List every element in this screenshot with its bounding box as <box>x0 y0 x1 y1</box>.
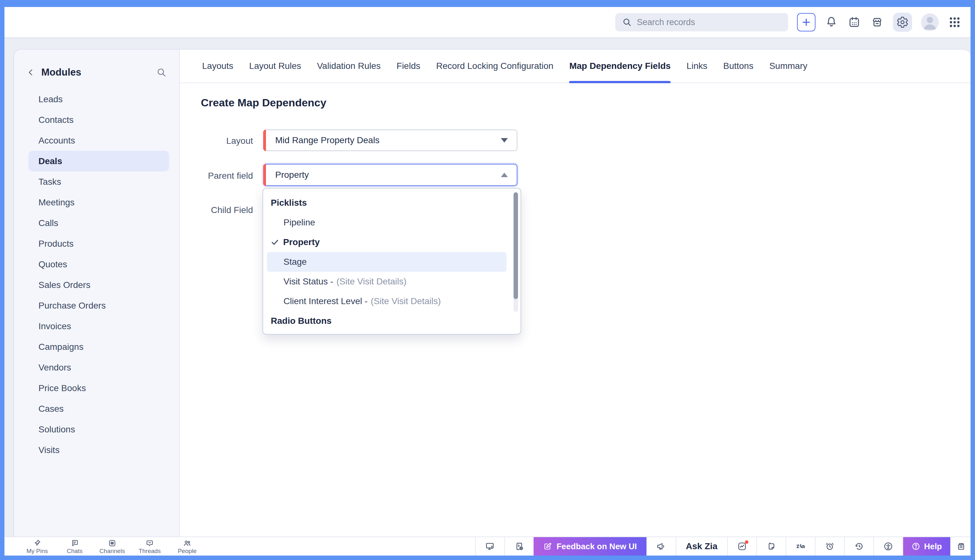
edit-pencil-icon <box>543 542 552 551</box>
option-client-interest-level-detail: (Site Visit Details) <box>371 296 441 307</box>
history-icon <box>854 542 864 551</box>
option-client-interest-level-label: Client Interest Level - <box>283 296 368 307</box>
parent-field-dropdown: Picklists Pipeline Property Stage Visit … <box>263 188 521 335</box>
sidebar-title: Modules <box>41 67 151 78</box>
page-title: Create Map Dependency <box>201 97 326 109</box>
thread-bubble-icon <box>145 539 154 547</box>
people-button[interactable]: People <box>169 537 206 555</box>
tab-record-locking-configuration[interactable]: Record Locking Configuration <box>436 50 553 83</box>
tab-fields[interactable]: Fields <box>396 50 420 83</box>
sidebar-item-campaigns[interactable]: Campaigns <box>14 337 179 357</box>
sidebar-item-visits[interactable]: Visits <box>14 440 179 460</box>
people-icon <box>183 539 191 547</box>
tab-map-dependency-fields[interactable]: Map Dependency Fields <box>569 50 671 83</box>
tab-summary[interactable]: Summary <box>769 50 808 83</box>
back-chevron-icon[interactable] <box>26 68 35 77</box>
option-property-label: Property <box>283 237 320 247</box>
sidebar-item-products[interactable]: Products <box>14 233 179 254</box>
people-label: People <box>178 548 196 554</box>
tab-links[interactable]: Links <box>686 50 707 83</box>
tour-video-button[interactable] <box>504 537 533 555</box>
screen-share-icon <box>485 542 495 551</box>
sidebar-search-icon[interactable] <box>156 67 167 77</box>
sidebar-item-vendors[interactable]: Vendors <box>14 357 179 378</box>
bell-icon[interactable] <box>824 15 838 29</box>
feedback-on-new-ui-button[interactable]: Feedback on New UI <box>533 537 646 555</box>
tab-validation-rules[interactable]: Validation Rules <box>317 50 381 83</box>
sidebar-item-contacts[interactable]: Contacts <box>14 110 179 130</box>
megaphone-icon <box>657 542 666 551</box>
app-window: Search records <box>5 7 970 555</box>
sidebar-item-calls[interactable]: Calls <box>14 213 179 233</box>
modules-list: Leads Contacts Accounts Deals Tasks Meet… <box>14 89 179 460</box>
avatar[interactable] <box>921 13 939 31</box>
search-input[interactable]: Search records <box>615 13 788 32</box>
zia-sketch-button[interactable] <box>786 537 815 555</box>
question-circle-icon <box>911 542 920 551</box>
layout-select[interactable]: Mid Range Property Deals <box>263 130 517 151</box>
option-visit-status[interactable]: Visit Status - (Site Visit Details) <box>263 272 520 292</box>
apps-grid-icon[interactable] <box>948 15 962 29</box>
help-label: Help <box>924 542 942 552</box>
announcements-button[interactable] <box>646 537 676 555</box>
accessibility-button[interactable] <box>873 537 903 555</box>
parent-field-label: Parent field <box>180 171 253 181</box>
quick-create-button[interactable] <box>797 13 816 32</box>
feedback-label: Feedback on New UI <box>557 542 637 552</box>
option-client-interest-level[interactable]: Client Interest Level - (Site Visit Deta… <box>263 292 520 311</box>
option-pipeline[interactable]: Pipeline <box>263 213 520 232</box>
sidebar-item-tasks[interactable]: Tasks <box>14 172 179 192</box>
tab-layout-rules[interactable]: Layout Rules <box>249 50 301 83</box>
search-placeholder: Search records <box>637 17 695 27</box>
settings-active-pill[interactable] <box>893 13 912 32</box>
sidebar-item-solutions[interactable]: Solutions <box>14 419 179 440</box>
marketplace-icon[interactable] <box>870 15 884 29</box>
dropdown-group-picklists: Picklists <box>263 193 520 213</box>
main-area: Layouts Layout Rules Validation Rules Fi… <box>180 50 970 537</box>
sidebar-item-leads[interactable]: Leads <box>14 89 179 110</box>
threads-button[interactable]: Threads <box>131 537 169 555</box>
sidebar-item-purchase-orders[interactable]: Purchase Orders <box>14 295 179 316</box>
chevron-down-icon <box>501 138 508 143</box>
option-stage[interactable]: Stage <box>267 252 507 272</box>
dropdown-scrollbar-thumb[interactable] <box>513 192 518 299</box>
chats-button[interactable]: Chats <box>56 537 94 555</box>
ask-zia-button[interactable]: Ask Zia <box>676 537 727 555</box>
tab-bar: Layouts Layout Rules Validation Rules Fi… <box>180 50 970 83</box>
tab-buttons[interactable]: Buttons <box>723 50 754 83</box>
sidebar-item-meetings[interactable]: Meetings <box>14 192 179 213</box>
channels-button[interactable]: Channels <box>94 537 131 555</box>
pushpin-icon <box>33 539 41 547</box>
my-pins-button[interactable]: My Pins <box>18 537 56 555</box>
sidebar-item-cases[interactable]: Cases <box>14 398 179 419</box>
channels-label: Channels <box>99 548 125 554</box>
sidebar-item-invoices[interactable]: Invoices <box>14 316 179 337</box>
option-property[interactable]: Property <box>263 232 520 252</box>
tab-layouts[interactable]: Layouts <box>202 50 233 83</box>
sidebar-item-sales-orders[interactable]: Sales Orders <box>14 275 179 295</box>
sidebar-item-accounts[interactable]: Accounts <box>14 130 179 151</box>
option-visit-status-label: Visit Status - <box>283 277 333 287</box>
sidebar-item-price-books[interactable]: Price Books <box>14 378 179 398</box>
threads-label: Threads <box>139 548 161 554</box>
dropdown-group-radio-buttons: Radio Buttons <box>263 311 520 331</box>
copy-pages-button[interactable] <box>950 537 970 555</box>
sidebar-item-quotes[interactable]: Quotes <box>14 254 179 275</box>
layout-select-value: Mid Range Property Deals <box>275 135 380 145</box>
chevron-up-icon <box>501 173 508 177</box>
reminders-button[interactable] <box>815 537 844 555</box>
notification-dot <box>745 540 748 544</box>
sticky-notes-button[interactable] <box>756 537 786 555</box>
option-visit-status-detail: (Site Visit Details) <box>336 277 406 287</box>
copy-pages-icon <box>956 542 965 551</box>
parent-field-select[interactable]: Property <box>263 164 517 186</box>
history-button[interactable] <box>844 537 873 555</box>
sidebar-item-deals[interactable]: Deals <box>28 151 169 172</box>
calendar-icon[interactable] <box>847 15 861 29</box>
gear-icon <box>896 16 908 28</box>
bottom-left-tools: My Pins Chats Channels Threads <box>5 537 206 555</box>
zia-insights-button[interactable] <box>727 537 756 555</box>
screen-share-button[interactable] <box>475 537 504 555</box>
zia-sketch-icon <box>796 541 806 552</box>
help-button[interactable]: Help <box>903 537 950 555</box>
